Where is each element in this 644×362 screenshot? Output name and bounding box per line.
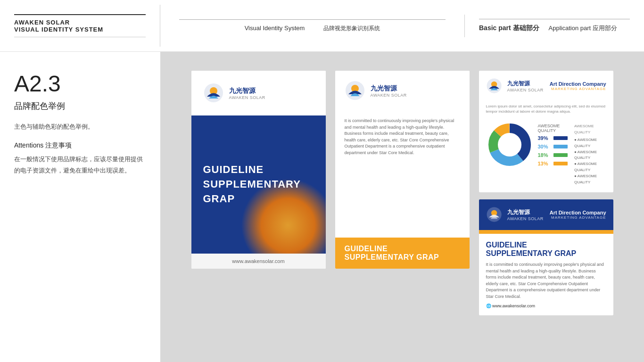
card3b-website: 🌐 www.awakensolar.com — [486, 304, 606, 308]
card3a-header: 九光智源 AWAKEN SOLAR Art Direction Company … — [479, 71, 613, 101]
orange-accent-bar — [479, 230, 613, 234]
logo-text-1: 九光智源 AWAKEN SOLAR — [229, 87, 265, 100]
main-content: 九光智源 AWAKEN SOLAR GUIDELINE SUPPLEMENTAR… — [160, 52, 644, 362]
logo-text-2: 九光智源 AWAKEN SOLAR — [371, 84, 407, 98]
nav-basic[interactable]: Basic part 基础部分 — [479, 24, 539, 33]
card3b-body-text: It is committed to continuously improvin… — [486, 262, 606, 300]
card3b-guideline-text: GUIDELINE SUPPLEMENTARY GRAP — [486, 241, 606, 258]
legend-pct-3: 18% — [538, 152, 551, 158]
donut-chart — [486, 121, 533, 168]
quality-item-3: ● AWESOME QUALITY — [574, 161, 606, 173]
logo-emblem-2 — [345, 80, 366, 101]
attentions-desc: 在一般情况下使用品牌标志，应该尽量使用提供的电子资源文件，避免在重绘中出现误差。 — [14, 154, 146, 176]
company-main-3b: Art Direction Company — [550, 210, 606, 215]
company-main-3a: Art Direction Company — [550, 81, 606, 87]
nav-application[interactable]: Application part 应用部分 — [549, 24, 617, 33]
logo-english-3a: AWAKEN SOLAR — [507, 88, 544, 92]
bar-swatch-3 — [553, 153, 568, 157]
logo-text-3a: 九光智源 AWAKEN SOLAR — [507, 80, 544, 92]
card3b-header: 九光智源 AWAKEN SOLAR Art Direction Company … — [479, 199, 613, 230]
card1-line2: SUPPLEMENTARY — [203, 177, 314, 192]
attentions-title: Attentions 注意事项 — [14, 141, 146, 150]
section-title: 品牌配色举例 — [14, 100, 146, 112]
card2-top: 九光智源 AWAKEN SOLAR — [335, 71, 470, 111]
card3-wrapper: 九光智源 AWAKEN SOLAR Art Direction Company … — [479, 71, 613, 315]
legend-item-3: 18% — [538, 152, 570, 158]
card1-top: 九光智源 AWAKEN SOLAR — [191, 71, 326, 115]
card3b-body: GUIDELINE SUPPLEMENTARY GRAP It is commi… — [479, 234, 613, 315]
svg-point-10 — [500, 135, 519, 154]
card2-line1: GUIDELINE — [345, 245, 460, 253]
logo-top-line — [14, 14, 146, 15]
logo-chinese-2: 九光智源 — [371, 84, 407, 93]
card1-bottom: GUIDELINE SUPPLEMENTARY GRAP — [191, 115, 326, 254]
header-logo: AWAKEN SOLAR VISUAL IDENTITY SYSTEM — [0, 5, 160, 47]
card3a-desc: Lorem ipsum dolor sit amet, consectetur … — [479, 101, 613, 116]
center-labels: Visual Identity System 品牌视觉形象识别系统 — [245, 25, 380, 33]
card-blue-guideline: 九光智源 AWAKEN SOLAR Art Direction Company … — [479, 199, 613, 315]
card1-guideline-text: GUIDELINE SUPPLEMENTARY GRAP — [203, 163, 314, 206]
card-cover-white: 九光智源 AWAKEN SOLAR It is committed to con… — [335, 71, 470, 269]
quality-item-1: ● AWESOME QUALITY — [574, 137, 606, 149]
chart-legend: AWESOME QUALITY 39% 30% 18% 13% — [538, 121, 570, 185]
quality-list: AWESOME QUALITY ● AWESOME QUALITY ● AWES… — [574, 121, 606, 185]
card2-body-text: It is committed to continuously improvin… — [345, 118, 460, 156]
logo-bottom-line — [14, 37, 146, 37]
logo-emblem-3b — [486, 206, 503, 223]
nav-visual-identity[interactable]: Visual Identity System — [245, 25, 305, 33]
card3a-body: AWESOME QUALITY 39% 30% 18% 13% — [479, 116, 613, 192]
bar-swatch-1 — [553, 136, 568, 140]
card2-line2: SUPPLEMENTARY GRAP — [345, 253, 460, 262]
card-infographic: 九光智源 AWAKEN SOLAR Art Direction Company … — [479, 71, 613, 192]
card1-line1: GUIDELINE — [203, 163, 314, 177]
card3b-line1: GUIDELINE — [486, 241, 606, 249]
legend-item-2: 30% — [538, 144, 570, 149]
logo-emblem-1 — [203, 82, 224, 104]
nav-chinese: 品牌视觉形象识别系统 — [323, 25, 380, 33]
company-sub-3a: MARKETING ADVANTAGE — [550, 87, 606, 91]
logo-title2: VISUAL IDENTITY SYSTEM — [14, 26, 146, 33]
header-center: Visual Identity System 品牌视觉形象识别系统 — [160, 15, 465, 37]
legend-pct-1: 39% — [538, 135, 551, 141]
card2-yellow-bar: GUIDELINE SUPPLEMENTARY GRAP — [335, 238, 470, 269]
logo-chinese-3a: 九光智源 — [507, 80, 544, 88]
legend-pct-4: 13% — [538, 161, 551, 166]
nav-items: Basic part 基础部分 Application part 应用部分 — [479, 24, 630, 33]
legend-title: AWESOME QUALITY — [538, 123, 570, 133]
logo-english-2: AWAKEN SOLAR — [371, 93, 407, 98]
card3b-line2: SUPPLEMENTARY GRAP — [486, 249, 606, 258]
legend-item-1: 39% — [538, 135, 570, 141]
logo-chinese-1: 九光智源 — [229, 87, 265, 95]
card2-guideline-text: GUIDELINE SUPPLEMENTARY GRAP — [345, 245, 460, 262]
card1-line3: GRAP — [203, 192, 314, 206]
header-right: Basic part 基础部分 Application part 应用部分 — [465, 19, 644, 33]
quality-item-2: ● AWESOME QUALITY — [574, 149, 606, 162]
logo-english-3b: AWAKEN SOLAR — [507, 216, 544, 221]
company-sub-3b: MARKETING ADVANTAGE — [550, 215, 606, 220]
header: AWAKEN SOLAR VISUAL IDENTITY SYSTEM Visu… — [0, 0, 644, 52]
sidebar: A2.3 品牌配色举例 主色与辅助色彩的配色举例。 Attentions 注意事… — [0, 52, 160, 362]
logo-title1: AWAKEN SOLAR — [14, 19, 146, 26]
header-nav: Basic part 基础部分 Application part 应用部分 — [479, 19, 630, 33]
logo-english-1: AWAKEN SOLAR — [229, 95, 265, 100]
section-code: A2.3 — [14, 71, 146, 97]
logo-chinese-3b: 九光智源 — [507, 208, 544, 216]
card-cover-blue: 九光智源 AWAKEN SOLAR GUIDELINE SUPPLEMENTAR… — [191, 71, 326, 269]
card2-body: It is committed to continuously improvin… — [335, 111, 470, 238]
logo-emblem-3a — [486, 78, 503, 94]
company-label-3a: Art Direction Company MARKETING ADVANTAG… — [550, 81, 606, 91]
right-top-line — [479, 19, 630, 19]
company-label-3b: Art Direction Company MARKETING ADVANTAG… — [550, 210, 606, 220]
section-desc: 主色与辅助色彩的配色举例。 — [14, 121, 146, 132]
legend-item-4: 13% — [538, 161, 570, 166]
center-top-line — [179, 19, 446, 20]
legend-pct-2: 30% — [538, 144, 551, 149]
quality-label: AWESOME QUALITY — [574, 123, 606, 136]
card1-website-url: www.awakensolar.com — [232, 258, 284, 264]
card1-website: www.awakensolar.com — [191, 254, 326, 269]
logo-text-3b: 九光智源 AWAKEN SOLAR — [507, 208, 544, 221]
quality-item-4: ● AWESOME QUALITY — [574, 173, 606, 186]
bar-swatch-4 — [553, 162, 568, 165]
bar-swatch-2 — [553, 145, 568, 148]
